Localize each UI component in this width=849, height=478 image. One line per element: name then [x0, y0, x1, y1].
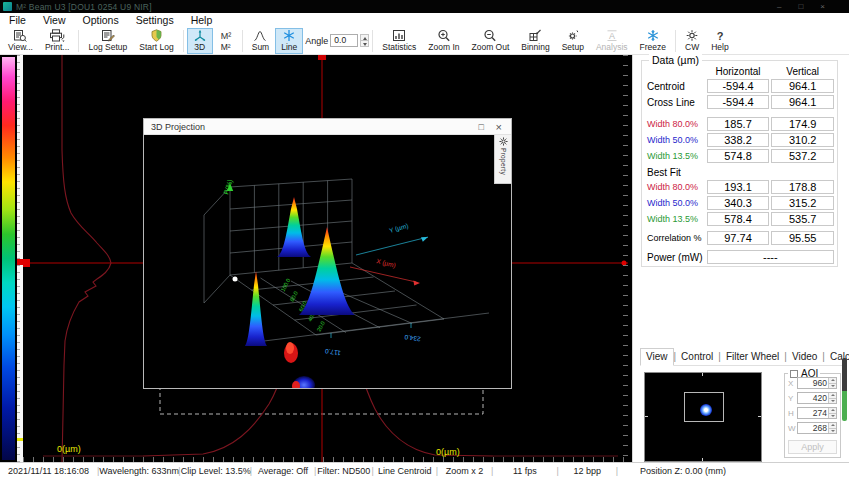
minimize-icon[interactable]: –: [777, 0, 781, 13]
log-setup-icon: [101, 29, 115, 42]
status-zoom: Zoom x 2: [438, 466, 491, 476]
right-ruler: [623, 55, 628, 462]
app-window: M² Beam U3 [DOU1 0254 U9 NIR] – □ × File…: [0, 0, 849, 478]
aoi-h-spinner[interactable]: [828, 408, 836, 418]
toolbar: View... Print... Log Setup Start Log 3D …: [0, 27, 849, 55]
table-row: Width 13.5% 578.4 535.7: [647, 211, 834, 227]
menu-help[interactable]: Help: [191, 14, 213, 26]
app-icon: [3, 2, 12, 11]
table-row: Width 50.0% 338.2 310.2: [647, 132, 834, 148]
binning-icon: [528, 29, 542, 42]
toolbar-separator: [183, 30, 184, 52]
shield-icon: [150, 29, 163, 42]
status-bar: 2021/11/11 18:16:08| Wavelength: 633nm| …: [0, 462, 849, 478]
svg-text:?: ?: [717, 30, 724, 42]
zoom-out-button[interactable]: Zoom Out: [466, 28, 516, 54]
rotation-handle-dot: [233, 277, 238, 282]
horizontal-axis-zero-label: 0(µm): [436, 447, 460, 457]
tab-control[interactable]: Control: [676, 349, 718, 365]
zoom-in-button[interactable]: Zoom In: [422, 28, 465, 54]
tab-view[interactable]: View: [640, 348, 674, 366]
zoom-in-icon: [437, 29, 451, 42]
aoi-y-spinner[interactable]: [828, 393, 836, 403]
projection-maximize-icon[interactable]: □: [479, 122, 484, 132]
close-icon[interactable]: ×: [820, 0, 825, 13]
sum-peak-icon: [253, 29, 267, 42]
peak-front: [299, 227, 355, 315]
menu-options[interactable]: Options: [83, 14, 119, 26]
sun-icon: [685, 29, 699, 42]
aoi-x-input[interactable]: 960: [797, 377, 837, 389]
column-header-horizontal: Horizontal: [707, 66, 770, 77]
binning-button[interactable]: Binning: [515, 28, 555, 54]
analysis-button[interactable]: A Analysis: [590, 28, 634, 54]
section-label-row: Best Fit: [647, 166, 834, 179]
results-panel: Data (µm) Horizontal Vertical Centroid -…: [632, 55, 849, 462]
projection-close-icon[interactable]: ×: [496, 122, 502, 132]
vertical-axis-zero-label: 0(µm): [57, 444, 81, 454]
svg-text:100.0: 100.0: [280, 277, 292, 292]
3d-axes-icon: [193, 29, 207, 42]
log-setup-button[interactable]: Log Setup: [82, 28, 133, 54]
status-filter: Filter: ND500: [316, 466, 371, 476]
power-value: ----: [707, 250, 834, 264]
apply-button[interactable]: Apply: [788, 440, 837, 454]
print-button[interactable]: Print...: [39, 28, 76, 54]
tab-video[interactable]: Video: [787, 349, 822, 365]
angle-spinner[interactable]: [360, 34, 369, 47]
toolbar-separator: [372, 30, 373, 52]
crosshair-top-handle: [318, 55, 326, 60]
table-row: Width 80.0% 185.7 174.9: [647, 116, 834, 132]
toolbar-separator: [78, 30, 79, 52]
cw-button[interactable]: CW: [679, 28, 705, 54]
aoi-w-spinner[interactable]: [828, 423, 836, 433]
aoi-h-input[interactable]: 274: [797, 407, 837, 419]
line-star-icon: [282, 29, 296, 42]
start-log-button[interactable]: Start Log: [133, 28, 180, 54]
statistics-button[interactable]: Statistics: [376, 28, 422, 54]
peak-left: [245, 271, 267, 346]
svg-text:Y (µm): Y (µm): [388, 222, 409, 235]
toolbar-separator: [675, 30, 676, 52]
svg-text:234.0: 234.0: [404, 334, 421, 343]
aoi-w-input[interactable]: 268: [797, 422, 837, 434]
status-line-centroid: Line Centroid: [374, 466, 436, 476]
panel-scrollbar[interactable]: [842, 358, 847, 421]
angle-input[interactable]: 0.0: [330, 34, 358, 47]
property-gear-icon: [499, 137, 508, 146]
maximize-icon[interactable]: □: [798, 0, 803, 13]
preview-beam-spot: [700, 404, 712, 416]
freeze-button[interactable]: Freeze: [634, 28, 672, 54]
view-button[interactable]: View...: [2, 28, 39, 54]
table-row: Width 50.0% 340.3 315.2: [647, 195, 834, 211]
camera-preview[interactable]: [644, 372, 762, 462]
crosshair-left-handle: [23, 259, 30, 267]
beam-view[interactable]: 3D Projection □ ×: [23, 55, 628, 462]
menu-view[interactable]: View: [43, 14, 66, 26]
window-title: M² Beam U3 [DOU1 0254 U9 NIR]: [16, 2, 152, 12]
tab-filter-wheel[interactable]: Filter Wheel: [721, 349, 784, 365]
projection-window[interactable]: 3D Projection □ ×: [143, 118, 512, 389]
aoi-y-input[interactable]: 420: [797, 392, 837, 404]
help-button[interactable]: ? Help: [705, 28, 734, 54]
table-row: Centroid -594.4 964.1: [647, 78, 834, 94]
property-tab[interactable]: Property: [494, 135, 511, 184]
3d-button[interactable]: 3D: [187, 28, 213, 54]
question-icon: ?: [713, 29, 727, 42]
projection-canvas[interactable]: P(%) 100.0 80.0 60.0 40.0 20.0 Y (µm): [144, 135, 511, 388]
menu-file[interactable]: File: [9, 14, 26, 26]
x-axis: X (µm): [350, 257, 420, 285]
setup-button[interactable]: Setup: [556, 28, 590, 54]
panel-tabs: View | Control | Filter Wheel | Video | …: [640, 348, 843, 366]
line-button[interactable]: Line: [275, 28, 303, 54]
projection-titlebar[interactable]: 3D Projection □ ×: [144, 119, 511, 135]
data-groupbox: Data (µm) Horizontal Vertical Centroid -…: [641, 60, 838, 267]
gear-icon: [566, 29, 580, 42]
status-clip-level: Clip Level: 13.5%: [181, 466, 250, 476]
aoi-field-row: H 274: [788, 407, 837, 419]
aoi-x-spinner[interactable]: [828, 378, 836, 388]
menu-settings[interactable]: Settings: [136, 14, 174, 26]
sum-button[interactable]: Sum: [246, 28, 275, 54]
m2-button[interactable]: M² M²: [213, 28, 239, 54]
vertical-profile-curve: [62, 55, 111, 462]
